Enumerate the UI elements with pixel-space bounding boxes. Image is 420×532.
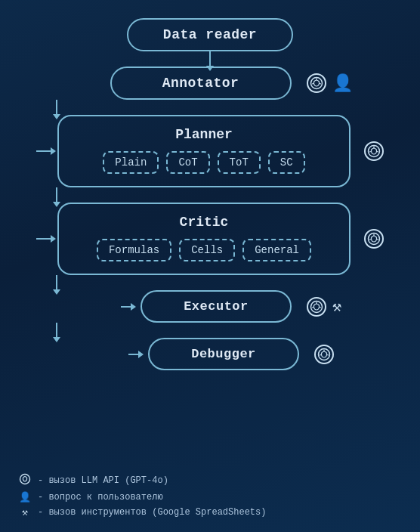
- legend-item-gpt: - вызов LLM API (GPT-4o): [18, 473, 266, 488]
- legend-item-tools: ⚒ - вызов инструментов (Google SpreadShe…: [18, 506, 266, 518]
- legend-tools-icon: ⚒: [18, 506, 32, 518]
- legend-text-gpt: - вызов LLM API (GPT-4o): [38, 475, 168, 486]
- planner-row: Planner Plain CoT ToT SC: [36, 115, 384, 187]
- critic-row: Critic Formulas Cells General: [36, 203, 384, 275]
- legend-gpt-icon: [18, 473, 32, 488]
- legend-text-tools: - вызов инструментов (Google SpreadSheet…: [38, 507, 266, 518]
- svg-point-5: [20, 475, 30, 484]
- chip-plain: Plain: [103, 151, 159, 174]
- gpt-icon-planner: [364, 141, 384, 161]
- chip-cot: CoT: [166, 151, 209, 174]
- legend: - вызов LLM API (GPT-4o) 👤 - вопрос к по…: [18, 473, 266, 518]
- debugger-row: Debugger: [36, 338, 384, 370]
- critic-chips: Formulas Cells General: [71, 239, 337, 261]
- chip-cells: Cells: [179, 239, 235, 261]
- data-reader-box: Data reader: [127, 18, 293, 51]
- chip-sc: SC: [268, 151, 305, 174]
- gpt-icon-critic: [364, 229, 384, 249]
- debugger-box: Debugger: [148, 338, 299, 370]
- planner-container: Planner Plain CoT ToT SC: [57, 115, 351, 187]
- annotator-icons: 👤: [307, 73, 353, 94]
- gpt-icon-debugger: [314, 345, 334, 364]
- person-icon-annotator: 👤: [332, 73, 353, 94]
- executor-icons: ⚒️: [307, 297, 341, 317]
- planner-title: Planner: [71, 127, 337, 142]
- chip-general: General: [242, 239, 311, 261]
- legend-item-person: 👤 - вопрос к пользователю: [18, 491, 266, 503]
- executor-row: Executor ⚒️: [36, 290, 384, 323]
- tools-icon-executor: ⚒️: [332, 297, 341, 316]
- critic-title: Critic: [71, 215, 337, 230]
- chip-formulas: Formulas: [97, 239, 171, 261]
- debugger-icons: [314, 345, 334, 364]
- planner-chips: Plain CoT ToT SC: [71, 151, 337, 174]
- executor-box: Executor: [141, 290, 292, 323]
- gpt-icon-annotator: [307, 73, 326, 93]
- critic-container: Critic Formulas Cells General: [57, 203, 351, 275]
- legend-person-icon: 👤: [18, 491, 32, 503]
- annotator-box: Annotator: [110, 66, 292, 100]
- legend-text-person: - вопрос к пользователю: [38, 492, 163, 503]
- chip-tot: ToT: [218, 151, 261, 174]
- gpt-icon-executor: [307, 297, 326, 317]
